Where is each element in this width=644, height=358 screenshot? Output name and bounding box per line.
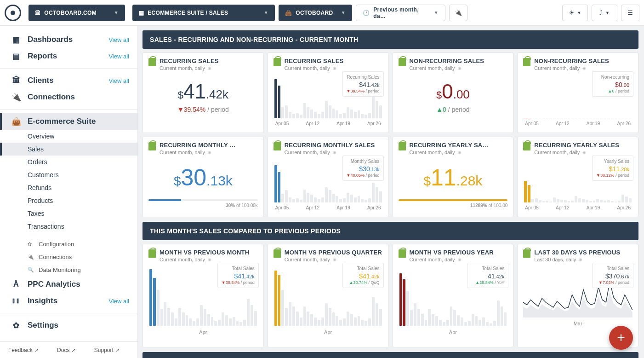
section-header: THIS MONTH'S SALES COMPARED TO PREVIOUS … <box>142 222 638 240</box>
card-title: LAST 30 DAYS VS PREVIOUS <box>534 249 633 256</box>
nav-sales[interactable]: Sales <box>0 143 137 156</box>
shopify-icon <box>274 58 281 66</box>
card-title: RECURRING YEARLY SALES <box>534 142 633 149</box>
shopify-icon <box>523 249 530 258</box>
card-subtitle: Current month, daily <box>285 65 383 71</box>
chevron-down-icon: ▼ <box>605 11 610 15</box>
nav-connections[interactable]: 🔌Connections <box>0 89 137 105</box>
nav-clients[interactable]: 🏛ClientsView all <box>0 72 137 89</box>
card-month-vs-prev-quarter[interactable]: MONTH VS PREVIOUS QUARTERCurrent month, … <box>268 244 389 347</box>
chevron-down-icon: ▼ <box>264 10 268 15</box>
card-nonrecurring-sales-kpi[interactable]: NON-RECURRING SALESCurrent month, daily … <box>393 52 514 133</box>
chart-summary: Total Sales41.42k▲28.84% / YoY <box>467 263 508 288</box>
plug-icon: 🔌 <box>455 9 462 16</box>
chevron-down-icon: ▼ <box>577 11 581 15</box>
plug-button[interactable]: 🔌 <box>449 5 467 21</box>
bank-icon: 🏛 <box>11 76 21 85</box>
shopify-icon <box>399 142 406 150</box>
docs-link[interactable]: Docs ↗ <box>57 347 76 353</box>
view-all-link[interactable]: View all <box>108 53 129 60</box>
nav-taxes[interactable]: Taxes <box>0 207 137 220</box>
sidebar: ▦DashboardsView all ▤ReportsView all 🏛Cl… <box>0 26 138 358</box>
nav-products[interactable]: Products <box>0 194 137 207</box>
nav-ppc-analytics[interactable]: ÅPPC Analytics <box>0 276 137 293</box>
shopify-icon <box>523 58 530 66</box>
nav-refunds[interactable]: Refunds <box>0 181 137 194</box>
nav-reports[interactable]: ▤ReportsView all <box>0 48 137 64</box>
nav-ecommerce-suite[interactable]: 👜E-commerce Suite <box>0 113 137 130</box>
card-title: RECURRING MONTHLY … <box>160 142 258 149</box>
nav-label: Reports <box>28 52 57 61</box>
nav-customers[interactable]: Customers <box>0 168 137 181</box>
nav-insights[interactable]: ⫾⫾InsightsView all <box>0 293 137 309</box>
card-nonrecurring-sales-chart[interactable]: NON-RECURRING SALESCurrent month, daily … <box>517 52 638 133</box>
view-all-link[interactable]: View all <box>108 36 129 43</box>
shopify-icon <box>148 58 156 66</box>
card-month-vs-prev-year[interactable]: MONTH VS PREVIOUS YEARCurrent month, dai… <box>393 244 514 347</box>
shopify-icon <box>274 249 281 258</box>
card-recurring-sales-chart[interactable]: RECURRING SALESCurrent month, daily Recu… <box>268 52 389 133</box>
nav-overview[interactable]: Overview <box>0 130 137 143</box>
chart-summary: Yearly Sales$11.28k▼38.12% / period <box>592 156 633 181</box>
kpi-delta: ▲0 / period <box>399 106 508 113</box>
card-recurring-sales-kpi[interactable]: RECURRING SALESCurrent month, daily $41.… <box>142 52 264 133</box>
chart-xaxis: Apr 05Apr 12Apr 19Apr 26 <box>274 121 383 126</box>
card-monthly-sales-kpi[interactable]: RECURRING MONTHLY …Current month, daily … <box>142 137 264 217</box>
feedback-link[interactable]: Feedback ↗ <box>8 347 39 353</box>
shopify-icon <box>399 58 406 66</box>
theme-dropdown[interactable]: ☀▼ <box>562 5 588 21</box>
nav-connections-sub[interactable]: 🔌Connections <box>0 250 137 263</box>
nav-label: Clients <box>28 76 54 85</box>
dashboard-icon: ▦ <box>139 10 144 16</box>
sun-icon: ☀ <box>569 9 575 16</box>
nav-settings[interactable]: ✿Settings <box>0 317 137 334</box>
nav-data-monitoring[interactable]: 🔍Data Monitoring <box>0 263 137 276</box>
card-title: RECURRING SALES <box>160 58 258 64</box>
nav-dashboards[interactable]: ▦DashboardsView all <box>0 31 137 48</box>
support-link[interactable]: Support ↗ <box>94 347 120 353</box>
kpi-value: $11.28k <box>399 164 508 191</box>
search-icon: 🔍 <box>28 267 35 273</box>
chart-summary: Total Sales$41.42k▲30.74% / QoQ <box>342 263 384 288</box>
report-icon: ▤ <box>11 52 21 61</box>
nav-orders[interactable]: Orders <box>0 156 137 168</box>
shopify-icon <box>523 142 530 150</box>
card-monthly-sales-chart[interactable]: RECURRING MONTHLY SALESCurrent month, da… <box>268 137 389 217</box>
view-all-link[interactable]: View all <box>108 298 129 305</box>
chart-xlabel: Apr <box>274 329 383 335</box>
suite-dropdown[interactable]: ▦ ECOMMERCE SUITE / SALES ▼ <box>132 5 275 21</box>
chart-summary: Monthly Sales$30.13k▼40.05% / period <box>342 156 384 181</box>
view-all-link[interactable]: View all <box>108 77 129 84</box>
chart-summary: Non-recurring$0.00▲0 / period <box>592 71 633 97</box>
suite-name: ECOMMERCE SUITE / SALES <box>148 10 228 16</box>
add-button[interactable]: + <box>609 326 633 350</box>
nav-label: Dashboards <box>28 35 73 44</box>
nav-configuration[interactable]: ✿Configuration <box>0 237 137 250</box>
card-month-vs-prev-month[interactable]: MONTH VS PREVIOUS MONTHCurrent month, da… <box>142 244 264 347</box>
topbar: 🏛 OCTOBOARD.COM ▼ ▦ ECOMMERCE SUITE / SA… <box>0 0 644 26</box>
menu-button[interactable]: ☰ <box>621 5 639 21</box>
app-logo <box>5 5 21 21</box>
section-header: SALES - RECURRING AND NON-RECURRING - CU… <box>142 30 638 49</box>
chart-xaxis: Apr 05Apr 12Apr 19Apr 26 <box>523 121 633 126</box>
progress-bar <box>148 199 258 201</box>
nav-transactions[interactable]: Transactions <box>0 220 137 233</box>
shopify-icon <box>148 249 156 258</box>
org-dropdown[interactable]: 🏛 OCTOBOARD.COM ▼ <box>28 5 125 21</box>
card-subtitle: Current month, daily <box>285 150 383 155</box>
chart-xaxis: Apr 05Apr 12Apr 19Apr 26 <box>274 205 383 210</box>
bars-icon: ⫾⫾ <box>11 296 21 306</box>
card-yearly-sales-kpi[interactable]: RECURRING YEARLY SA…Current month, daily… <box>393 137 514 217</box>
chart-xaxis: Apr 05Apr 12Apr 19Apr 26 <box>523 205 633 210</box>
card-yearly-sales-chart[interactable]: RECURRING YEARLY SALESCurrent month, dai… <box>517 137 638 217</box>
daterange-dropdown[interactable]: 🕐 Previous month, da… ▼ <box>356 5 445 21</box>
bank-icon: 🏛 <box>35 10 40 16</box>
gear-icon: ✿ <box>11 321 21 330</box>
share-dropdown[interactable]: ⤴▼ <box>592 5 617 21</box>
analytics-icon: Å <box>11 280 21 289</box>
chart-xlabel: Apr <box>148 329 258 335</box>
card-subtitle: Current month, daily <box>534 150 633 155</box>
card-subtitle: Current month, daily <box>285 257 383 262</box>
brand-dropdown[interactable]: 👜 OCTOBOARD ▼ <box>279 5 352 21</box>
dashboard-icon: ▦ <box>11 35 21 45</box>
